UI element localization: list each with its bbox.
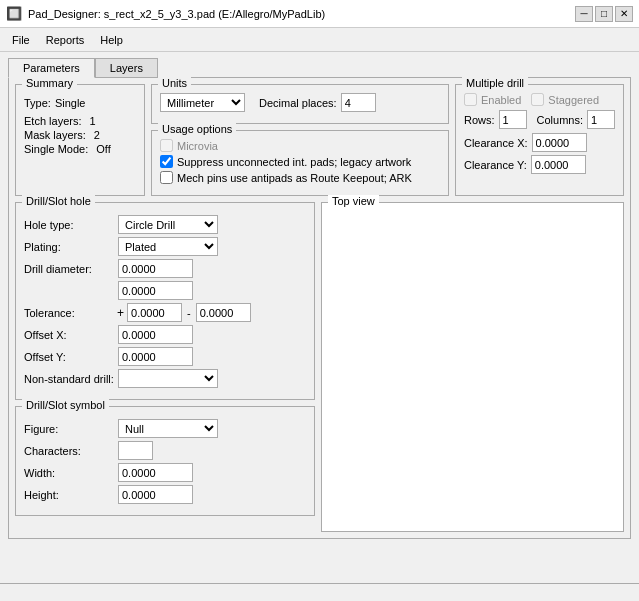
hole-type-select[interactable]: Circle Drill Square Drill Oblong Slot Re… <box>118 215 218 234</box>
plating-label: Plating: <box>24 241 114 253</box>
single-mode-value: Off <box>96 143 110 155</box>
tolerance-minus-input[interactable] <box>196 303 251 322</box>
cols-input[interactable] <box>587 110 615 129</box>
multi-drill-legend: Multiple drill <box>462 77 528 89</box>
units-panel: Units Millimeter Inch Mil Decimal places… <box>151 84 449 124</box>
type-label: Type: <box>24 97 51 109</box>
clearance-y-input[interactable]: 0.0000 <box>531 155 586 174</box>
hole-type-label: Hole type: <box>24 219 114 231</box>
close-button[interactable]: ✕ <box>615 6 633 22</box>
drill-slot-legend: Drill/Slot hole <box>22 195 95 207</box>
suppress-checkbox[interactable] <box>160 155 173 168</box>
usage-legend: Usage options <box>158 123 236 135</box>
clearance-y-label: Clearance Y: <box>464 159 527 171</box>
chars-input[interactable] <box>118 441 153 460</box>
window-title: Pad_Designer: s_rect_x2_5_y3_3.pad (E:/A… <box>28 8 325 20</box>
width-label: Width: <box>24 467 114 479</box>
tab-bar: Parameters Layers <box>8 58 631 78</box>
menu-file[interactable]: File <box>4 32 38 48</box>
nonstandard-select[interactable] <box>118 369 218 388</box>
mech-checkbox[interactable] <box>160 171 173 184</box>
tolerance-dash-sign: - <box>187 307 191 319</box>
tab-parameters[interactable]: Parameters <box>8 58 95 78</box>
multi-drill-panel: Multiple drill Enabled Staggered Rows: C… <box>455 84 624 196</box>
minimize-button[interactable]: ─ <box>575 6 593 22</box>
microvia-label: Microvia <box>177 140 218 152</box>
drill-diam2-input[interactable] <box>118 281 193 300</box>
width-input[interactable] <box>118 463 193 482</box>
offset-x-input[interactable] <box>118 325 193 344</box>
offset-y-label: Offset Y: <box>24 351 114 363</box>
status-bar <box>0 583 639 601</box>
maximize-button[interactable]: □ <box>595 6 613 22</box>
drill-symbol-legend: Drill/Slot symbol <box>22 399 109 411</box>
decimal-label: Decimal places: <box>259 97 337 109</box>
menu-bar: File Reports Help <box>0 28 639 52</box>
rows-input[interactable] <box>499 110 527 129</box>
decimal-places-input[interactable]: 4 <box>341 93 376 112</box>
figure-select[interactable]: Null Square Circle Diamond Triangle <box>118 419 218 438</box>
tolerance-label: Tolerance: <box>24 307 114 319</box>
tolerance-plus-input[interactable] <box>127 303 182 322</box>
top-view-panel: Top view <box>321 202 624 532</box>
drill-symbol-panel: Drill/Slot symbol Figure: Null Square Ci… <box>15 406 315 516</box>
suppress-label: Suppress unconnected int. pads; legacy a… <box>177 156 411 168</box>
drill-diam-label: Drill diameter: <box>24 263 114 275</box>
drill-diam-input[interactable] <box>118 259 193 278</box>
main-content: Parameters Layers Summary Type: Single E… <box>0 52 639 577</box>
etch-label: Etch layers: <box>24 115 81 127</box>
height-input[interactable] <box>118 485 193 504</box>
tab-layers[interactable]: Layers <box>95 58 158 78</box>
enabled-label: Enabled <box>481 94 521 106</box>
plating-select[interactable]: Plated Non-Plated <box>118 237 218 256</box>
type-value: Single <box>55 97 86 109</box>
clearance-x-label: Clearance X: <box>464 137 528 149</box>
staggered-checkbox[interactable] <box>531 93 544 106</box>
summary-panel: Summary Type: Single Etch layers: 1 Mask… <box>15 84 145 196</box>
mech-label: Mech pins use antipads as Route Keepout;… <box>177 172 412 184</box>
microvia-checkbox[interactable] <box>160 139 173 152</box>
enabled-checkbox[interactable] <box>464 93 477 106</box>
title-bar: 🔲 Pad_Designer: s_rect_x2_5_y3_3.pad (E:… <box>0 0 639 28</box>
drill-slot-panel: Drill/Slot hole Hole type: Circle Drill … <box>15 202 315 400</box>
staggered-label: Staggered <box>548 94 599 106</box>
offset-x-label: Offset X: <box>24 329 114 341</box>
usage-panel: Usage options Microvia Suppress unconnec… <box>151 130 449 196</box>
app-icon: 🔲 <box>6 6 22 21</box>
summary-legend: Summary <box>22 77 77 89</box>
units-legend: Units <box>158 77 191 89</box>
tab-parameters-content: Summary Type: Single Etch layers: 1 Mask… <box>8 77 631 539</box>
clearance-x-input[interactable]: 0.0000 <box>532 133 587 152</box>
menu-help[interactable]: Help <box>92 32 131 48</box>
mask-value: 2 <box>94 129 100 141</box>
offset-y-input[interactable] <box>118 347 193 366</box>
tolerance-plus-sign: + <box>117 306 124 320</box>
chars-label: Characters: <box>24 445 114 457</box>
mask-label: Mask layers: <box>24 129 86 141</box>
etch-value: 1 <box>89 115 95 127</box>
single-mode-label: Single Mode: <box>24 143 88 155</box>
rows-label: Rows: <box>464 114 495 126</box>
figure-label: Figure: <box>24 423 114 435</box>
nonstandard-label: Non-standard drill: <box>24 373 114 385</box>
top-view-legend: Top view <box>328 195 379 207</box>
height-label: Height: <box>24 489 114 501</box>
cols-label: Columns: <box>537 114 583 126</box>
unit-select[interactable]: Millimeter Inch Mil <box>160 93 245 112</box>
menu-reports[interactable]: Reports <box>38 32 93 48</box>
